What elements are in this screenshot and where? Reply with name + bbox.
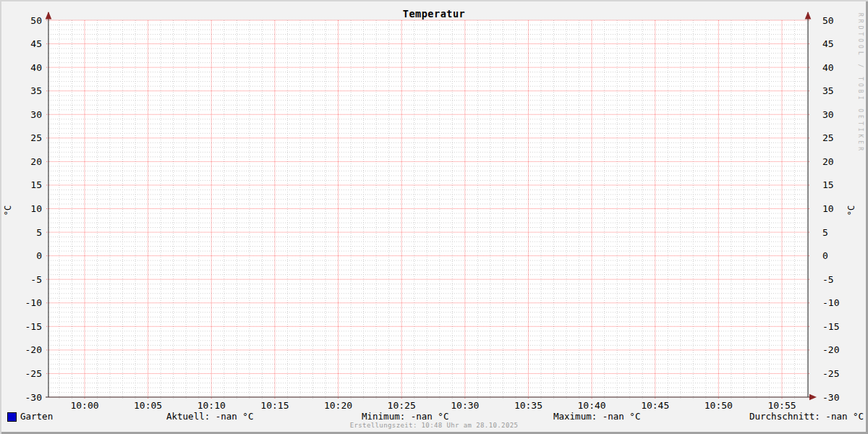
legend-color-swatch: [7, 412, 17, 422]
y-tick-label-right: 40: [822, 63, 856, 72]
creation-timestamp: Erstellungszeit: 10:48 Uhr am 28.10.2025: [0, 422, 868, 429]
rrdtool-watermark: RRDTOOL / TOBI OETIKER: [855, 4, 864, 163]
x-tick-label: 10:25: [376, 401, 427, 410]
y-tick-label-right: 25: [822, 133, 856, 142]
x-tick-label: 10:15: [250, 401, 300, 410]
y-tick-label-right: 5: [822, 228, 856, 237]
stat-maximum: Maximum: -nan °C: [553, 412, 640, 422]
y-tick-label-right: -20: [822, 345, 856, 354]
y-tick-label-left: -20: [13, 345, 42, 354]
y-tick-label-left: 40: [13, 63, 42, 72]
x-tick-label: 10:55: [757, 401, 807, 410]
y-tick-label-left: 20: [13, 157, 42, 166]
y-tick-label-right: 10: [822, 204, 856, 213]
x-tick-label: 10:40: [566, 401, 617, 410]
y-tick-label-left: 45: [13, 39, 42, 48]
x-tick-label: 10:50: [693, 401, 744, 410]
y-tick-label-left: -15: [13, 322, 42, 331]
y-tick-label-left: 50: [13, 16, 42, 25]
chart-title: Temperatur: [0, 8, 868, 20]
y-tick-label-left: 0: [13, 251, 42, 260]
y-tick-label-left: 5: [13, 228, 42, 237]
y-tick-label-right: -5: [822, 275, 856, 284]
y-tick-label-right: -15: [822, 322, 856, 331]
x-tick-label: 10:20: [313, 401, 364, 410]
x-tick-label: 10:05: [123, 401, 174, 410]
y-axis-unit-left: °C: [3, 198, 13, 223]
y-tick-label-left: 15: [13, 180, 42, 190]
y-tick-label-right: 50: [822, 16, 856, 25]
stat-aktuell: Aktuell: -nan °C: [166, 412, 253, 422]
legend-series-label: Garten: [20, 412, 53, 422]
y-tick-label-right: -25: [822, 369, 856, 378]
y-tick-label-left: 10: [13, 204, 42, 213]
stat-durchschnitt: Durchschnitt: -nan °C: [749, 412, 864, 422]
x-tick-label: 10:10: [186, 401, 237, 410]
x-tick-label: 10:00: [59, 401, 110, 410]
y-tick-label-left: 30: [13, 110, 42, 119]
y-tick-label-left: -30: [13, 393, 42, 402]
y-tick-label-right: -30: [822, 393, 856, 402]
y-tick-label-right: 30: [822, 110, 856, 119]
y-tick-label-right: 20: [822, 157, 856, 166]
y-tick-label-right: 35: [822, 86, 856, 95]
y-tick-label-left: -10: [13, 298, 42, 307]
rrdtool-graph: Temperatur °C °C 50454035302520151050-5-…: [0, 0, 868, 434]
y-tick-label-left: -25: [13, 369, 42, 378]
x-tick-label: 10:30: [440, 401, 490, 410]
x-tick-label: 10:45: [630, 401, 681, 410]
stat-minimum: Minimum: -nan °C: [362, 412, 448, 422]
x-tick-label: 10:35: [503, 401, 553, 410]
y-tick-label-left: 25: [13, 133, 42, 142]
y-tick-label-right: 45: [822, 39, 856, 48]
y-tick-label-right: -10: [822, 298, 856, 307]
y-tick-label-right: 0: [822, 251, 856, 260]
y-tick-label-right: 15: [822, 180, 856, 190]
y-tick-label-left: -5: [13, 275, 42, 284]
chart-grid: [0, 0, 868, 434]
y-tick-label-left: 35: [13, 86, 42, 95]
